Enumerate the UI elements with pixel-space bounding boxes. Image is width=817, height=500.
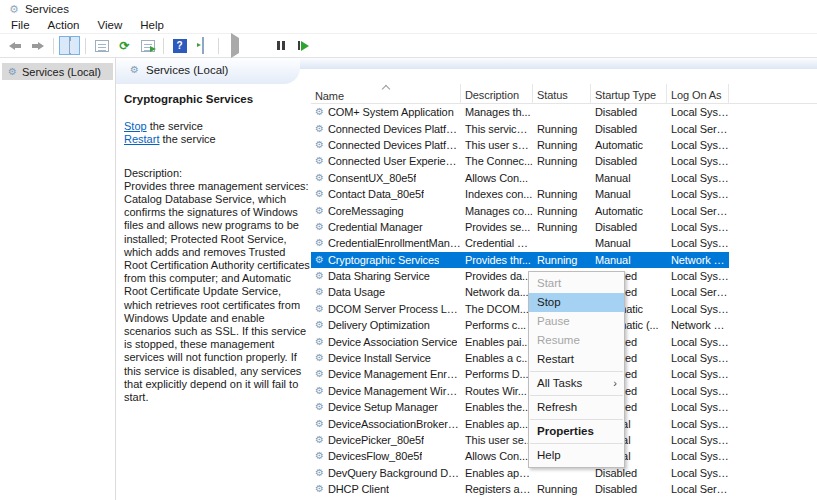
submenu-arrow-icon: ›: [613, 374, 617, 393]
service-name: Device Install Service: [328, 352, 431, 364]
logon-as-cell: Local Syste...: [667, 336, 729, 348]
context-menu-item-help[interactable]: Help: [529, 446, 624, 465]
pause-service-button[interactable]: [270, 36, 291, 55]
start-service-icon: [231, 38, 239, 53]
pause-service-icon: [277, 41, 285, 50]
service-name: DevicesFlow_80e5f: [328, 450, 422, 462]
table-row[interactable]: ⚙Device Install ServiceEnables a c...Dis…: [311, 350, 729, 366]
column-header-description[interactable]: Description: [461, 84, 533, 103]
services-app-icon: ⚙: [9, 4, 19, 15]
table-row[interactable]: ⚙Data Sharing ServiceProvides da...Disab…: [311, 268, 729, 284]
table-row[interactable]: ⚙CoreMessagingManages co...RunningAutoma…: [311, 202, 729, 218]
table-row[interactable]: ⚙DeviceAssociationBroker_80...Enables ap…: [311, 415, 729, 431]
menubar-item-help[interactable]: Help: [131, 18, 173, 33]
restart-service-line: Restart the service: [124, 133, 303, 146]
properties-window-button[interactable]: [91, 36, 112, 55]
stop-service-button[interactable]: [247, 36, 268, 55]
start-service-button[interactable]: [224, 36, 245, 55]
logon-as-cell: Local Service: [667, 123, 729, 135]
service-icon: ⚙: [315, 124, 324, 134]
service-icon: ⚙: [315, 369, 324, 379]
startup-type-cell: Disabled: [591, 123, 667, 135]
table-row[interactable]: ⚙Connected User Experience...The Connec.…: [311, 153, 729, 169]
startup-type-cell: Manual: [591, 254, 667, 266]
menubar-item-action[interactable]: Action: [39, 18, 89, 33]
service-name: Connected Devices Platfor...: [328, 139, 461, 151]
table-row[interactable]: ⚙COM+ System ApplicationManages th...Dis…: [311, 104, 729, 120]
console-tree-icon: [69, 38, 71, 53]
table-row[interactable]: ⚙Credential ManagerProvides se...Running…: [311, 219, 729, 235]
service-name: DHCP Client: [328, 483, 389, 495]
table-row[interactable]: ⚙DevQuery Background Disc...Enables app.…: [311, 465, 729, 481]
service-name-cell: ⚙Data Usage: [311, 286, 461, 298]
table-row[interactable]: ⚙Connected Devices Platfor...This user s…: [311, 137, 729, 153]
stop-service-link[interactable]: Stop: [124, 120, 147, 132]
status-cell: Running: [533, 139, 591, 151]
startup-type-cell: Disabled: [591, 467, 667, 479]
column-header-status[interactable]: Status: [533, 84, 591, 103]
service-icon: ⚙: [315, 271, 324, 281]
table-row[interactable]: ⚙Device Setup ManagerEnables the...Disab…: [311, 399, 729, 415]
table-row[interactable]: ⚙Cryptographic ServicesProvides thr...Ru…: [311, 252, 729, 268]
context-menu-item-all-tasks[interactable]: All Tasks›: [529, 374, 624, 393]
service-name-cell: ⚙ConsentUX_80e5f: [311, 172, 461, 184]
logon-as-cell: Local Syste...: [667, 221, 729, 233]
table-row[interactable]: ⚙Delivery OptimizationPerforms c...Autom…: [311, 317, 729, 333]
window-title: Services: [25, 3, 69, 15]
context-menu-item-stop[interactable]: Stop: [529, 293, 624, 312]
table-row[interactable]: ⚙ConsentUX_80e5fAllows Con...ManualLocal…: [311, 170, 729, 186]
logon-as-cell: Local Syste...: [667, 401, 729, 413]
menu-bar: FileActionViewHelp: [0, 18, 817, 34]
table-row[interactable]: ⚙DevicesFlow_80e5fAllows Con...ManualLoc…: [311, 448, 729, 464]
table-row[interactable]: ⚙Data UsageNetwork da...DisabledLocal Se…: [311, 284, 729, 300]
service-icon: ⚙: [315, 173, 324, 183]
logon-as-cell: Local Syste...: [667, 139, 729, 151]
description-cell: Routes Wir...: [461, 385, 533, 397]
table-row[interactable]: ⚙DHCP ClientRegisters an...RunningDisabl…: [311, 481, 729, 497]
tree-item-services-local[interactable]: ⚙ Services (Local): [2, 63, 113, 80]
service-name-cell: ⚙Device Association Service: [311, 336, 461, 348]
table-row[interactable]: ⚙CredentialEnrollmentMana...Credential E…: [311, 235, 729, 251]
table-row[interactable]: ⚙Connected Devices Platfor...This servic…: [311, 120, 729, 136]
context-menu-item-restart[interactable]: Restart: [529, 350, 624, 369]
restart-service-button[interactable]: [293, 36, 314, 55]
export-list-button[interactable]: [137, 36, 158, 55]
column-header-startup-type[interactable]: Startup Type: [591, 84, 667, 103]
table-row[interactable]: ⚙Device Management Enroll...Performs D..…: [311, 366, 729, 382]
context-menu-item-start: Start: [529, 274, 624, 293]
column-header-log-on-as[interactable]: Log On As: [667, 84, 729, 103]
context-menu-separator: [530, 371, 623, 372]
menubar-item-view[interactable]: View: [89, 18, 132, 33]
action-pane-button[interactable]: [192, 36, 213, 55]
startup-type-cell: Automatic: [591, 205, 667, 217]
table-row[interactable]: ⚙DevicePicker_80e5fThis user se...Manual…: [311, 432, 729, 448]
table-row[interactable]: ⚙Contact Data_80e5fIndexes con...Running…: [311, 186, 729, 202]
service-name-cell: ⚙Delivery Optimization: [311, 319, 461, 331]
restart-service-link[interactable]: Restart: [124, 133, 159, 145]
status-cell: Running: [533, 155, 591, 167]
context-menu-item-refresh[interactable]: Refresh: [529, 398, 624, 417]
menubar-item-file[interactable]: File: [2, 18, 39, 33]
services-icon: ⚙: [8, 67, 17, 77]
back-button[interactable]: [4, 36, 25, 55]
service-name-cell: ⚙DevQuery Background Disc...: [311, 467, 461, 479]
help-icon: ?: [173, 39, 187, 53]
description-cell: Enables ap...: [461, 418, 533, 430]
banner-title: Services (Local): [146, 64, 228, 76]
description-cell: Manages th...: [461, 106, 533, 118]
table-row[interactable]: ⚙Device Management Wirele...Routes Wir..…: [311, 383, 729, 399]
console-tree-button[interactable]: [59, 36, 80, 55]
forward-button[interactable]: [27, 36, 48, 55]
context-menu-separator: [530, 443, 623, 444]
toolbar-separator: [218, 38, 219, 54]
service-name: Delivery Optimization: [328, 319, 430, 331]
table-row[interactable]: ⚙Device Association ServiceEnables pai..…: [311, 333, 729, 349]
service-name: Device Management Enroll...: [328, 368, 461, 380]
service-icon: ⚙: [315, 156, 324, 166]
table-row[interactable]: ⚙DCOM Server Process Laun...The DCOM...A…: [311, 301, 729, 317]
properties-window-icon: [95, 40, 109, 52]
refresh-button[interactable]: ⟳: [114, 36, 135, 55]
description-cell: Enables pai...: [461, 336, 533, 348]
context-menu-item-properties[interactable]: Properties: [529, 422, 624, 441]
help-button[interactable]: ?: [169, 36, 190, 55]
